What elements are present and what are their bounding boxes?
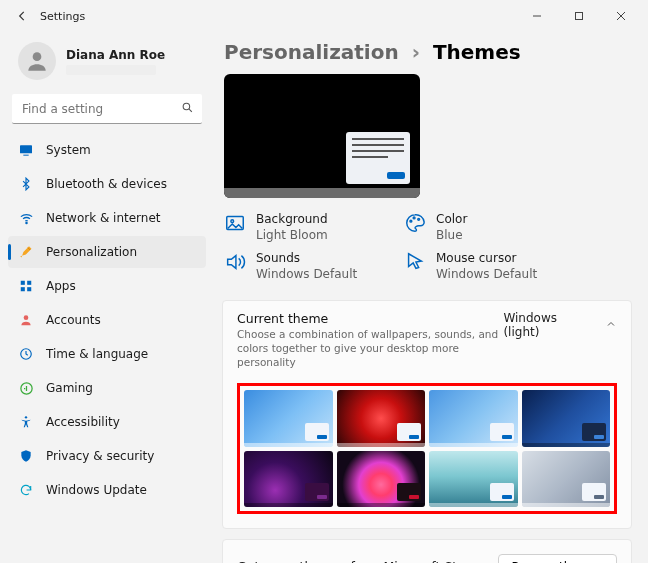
prop-label: Color — [436, 212, 467, 228]
prop-label: Background — [256, 212, 328, 228]
sound-icon — [224, 251, 246, 273]
accessibility-icon — [18, 414, 34, 430]
theme-tile[interactable] — [337, 390, 426, 446]
svg-rect-7 — [20, 145, 32, 153]
accounts-icon — [18, 312, 34, 328]
prop-value: Windows Default — [256, 267, 357, 283]
apps-icon — [18, 278, 34, 294]
svg-rect-10 — [21, 281, 25, 285]
prop-color[interactable]: ColorBlue — [404, 212, 564, 243]
account-email — [66, 65, 156, 75]
sidebar-item-system[interactable]: System — [8, 134, 206, 166]
sidebar-item-network[interactable]: Network & internet — [8, 202, 206, 234]
picture-icon — [224, 212, 246, 234]
svg-point-14 — [24, 315, 29, 320]
sidebar-item-label: Personalization — [46, 245, 137, 259]
account-name: Diana Ann Roe — [66, 48, 165, 62]
sidebar-item-privacy[interactable]: Privacy & security — [8, 440, 206, 472]
breadcrumb: Personalization › Themes — [224, 40, 634, 64]
update-icon — [18, 482, 34, 498]
store-panel: Get more themes from Microsoft Store Bro… — [222, 539, 632, 563]
svg-point-21 — [413, 217, 415, 219]
shield-icon — [18, 448, 34, 464]
sidebar-item-label: Privacy & security — [46, 449, 154, 463]
sidebar-item-label: Time & language — [46, 347, 148, 361]
theme-tile[interactable] — [244, 451, 333, 507]
sidebar-item-accounts[interactable]: Accounts — [8, 304, 206, 336]
window-title: Settings — [40, 10, 85, 23]
current-theme-panel: Current theme Choose a combination of wa… — [222, 300, 632, 529]
prop-value: Light Bloom — [256, 228, 328, 244]
themes-highlight-box — [237, 383, 617, 514]
clock-icon — [18, 346, 34, 362]
window-controls — [516, 2, 642, 30]
sidebar-item-label: Accessibility — [46, 415, 120, 429]
palette-icon — [404, 212, 426, 234]
browse-themes-button[interactable]: Browse themes — [498, 554, 617, 563]
sidebar-item-label: Accounts — [46, 313, 101, 327]
theme-tile[interactable] — [522, 451, 611, 507]
sidebar-item-label: Windows Update — [46, 483, 147, 497]
theme-tile[interactable] — [244, 390, 333, 446]
sidebar-item-apps[interactable]: Apps — [8, 270, 206, 302]
breadcrumb-current: Themes — [433, 40, 521, 64]
search-box[interactable] — [12, 94, 202, 124]
sidebar-item-update[interactable]: Windows Update — [8, 474, 206, 506]
preview-accent-button — [387, 172, 405, 179]
panel-title: Current theme — [237, 311, 503, 326]
prop-value: Windows Default — [436, 267, 537, 283]
back-button[interactable] — [12, 6, 32, 26]
prop-value: Blue — [436, 228, 467, 244]
svg-point-19 — [231, 220, 234, 223]
sidebar-item-label: Network & internet — [46, 211, 161, 225]
svg-rect-13 — [27, 287, 31, 291]
theme-tile[interactable] — [429, 390, 518, 446]
svg-rect-1 — [576, 13, 583, 20]
prop-background[interactable]: BackgroundLight Bloom — [224, 212, 384, 243]
sidebar-item-time-language[interactable]: Time & language — [8, 338, 206, 370]
personalization-icon — [18, 244, 34, 260]
chevron-up-icon — [605, 318, 617, 333]
theme-tile[interactable] — [429, 451, 518, 507]
prop-cursor[interactable]: Mouse cursorWindows Default — [404, 251, 564, 282]
svg-point-5 — [183, 103, 190, 110]
svg-point-4 — [33, 52, 42, 61]
preview-taskbar — [224, 188, 420, 198]
svg-rect-11 — [27, 281, 31, 285]
search-input[interactable] — [20, 101, 181, 117]
avatar — [18, 42, 56, 80]
sidebar-item-personalization[interactable]: Personalization — [8, 236, 206, 268]
svg-point-9 — [25, 222, 26, 223]
maximize-button[interactable] — [558, 2, 600, 30]
prop-label: Sounds — [256, 251, 357, 267]
minimize-button[interactable] — [516, 2, 558, 30]
themes-grid — [244, 390, 610, 507]
wifi-icon — [18, 210, 34, 226]
current-theme-header[interactable]: Current theme Choose a combination of wa… — [223, 301, 631, 377]
sidebar-item-label: System — [46, 143, 91, 157]
sidebar-item-label: Bluetooth & devices — [46, 177, 167, 191]
theme-tile[interactable] — [522, 390, 611, 446]
sidebar-item-gaming[interactable]: Gaming — [8, 372, 206, 404]
sidebar: Diana Ann Roe System Bluetooth & devices… — [0, 32, 214, 563]
system-icon — [18, 142, 34, 158]
prop-label: Mouse cursor — [436, 251, 537, 267]
sidebar-item-label: Apps — [46, 279, 76, 293]
svg-rect-12 — [21, 287, 25, 291]
cursor-icon — [404, 251, 426, 273]
close-button[interactable] — [600, 2, 642, 30]
breadcrumb-parent[interactable]: Personalization — [224, 40, 399, 64]
svg-point-17 — [25, 416, 27, 418]
svg-line-6 — [189, 109, 192, 112]
prop-sounds[interactable]: SoundsWindows Default — [224, 251, 384, 282]
sidebar-item-bluetooth[interactable]: Bluetooth & devices — [8, 168, 206, 200]
theme-properties: BackgroundLight Bloom ColorBlue SoundsWi… — [224, 212, 564, 282]
preview-window-card — [346, 132, 410, 184]
theme-tile[interactable] — [337, 451, 426, 507]
account-block[interactable]: Diana Ann Roe — [8, 36, 206, 90]
sidebar-item-accessibility[interactable]: Accessibility — [8, 406, 206, 438]
current-theme-value: Windows (light) — [503, 311, 591, 339]
bluetooth-icon — [18, 176, 34, 192]
svg-point-20 — [410, 220, 412, 222]
svg-rect-8 — [23, 155, 28, 156]
